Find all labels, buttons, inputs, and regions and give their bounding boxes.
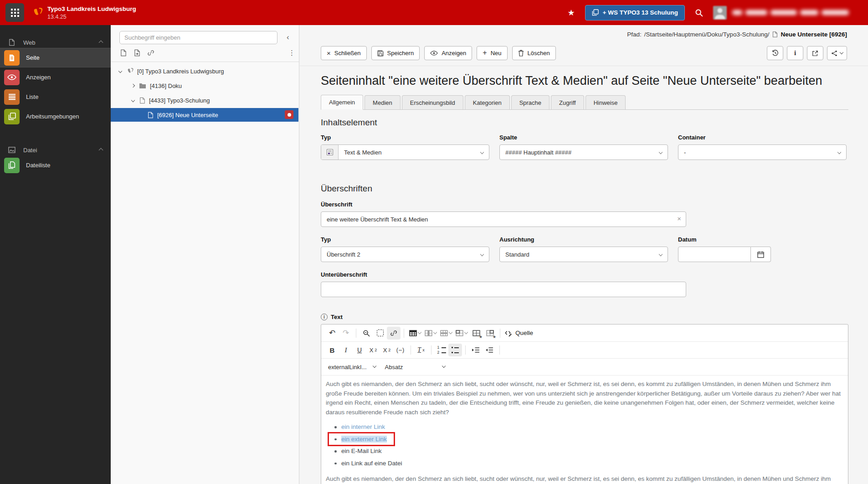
outdent-icon[interactable] <box>483 344 496 356</box>
open-tsconfig-icon[interactable] <box>134 49 140 57</box>
numbered-list-icon[interactable]: 12 <box>435 344 448 356</box>
undo-icon[interactable]: ↶ <box>325 327 339 340</box>
bookmark-star-icon[interactable]: ★ <box>567 8 575 18</box>
view-button[interactable]: Anzeigen <box>424 46 472 60</box>
cell-properties-icon[interactable]: ★ <box>483 327 497 340</box>
delete-button[interactable]: Löschen <box>512 46 556 60</box>
subheadline-input[interactable] <box>321 282 686 297</box>
info-circle-icon[interactable]: i <box>321 314 328 320</box>
modules-grid-button[interactable] <box>5 3 24 22</box>
chevron-down-icon <box>480 150 484 154</box>
doc-body: Seiteninhalt "eine weitere Überschrift T… <box>321 66 848 484</box>
table-properties-icon[interactable]: ★ <box>469 327 483 340</box>
file-link[interactable]: ein Link auf eine Datei <box>341 460 402 467</box>
table-column-icon[interactable] <box>423 327 438 340</box>
table-row-icon[interactable] <box>438 327 454 340</box>
tab-hinweise[interactable]: Hinweise <box>586 95 626 109</box>
redo-icon[interactable]: ↷ <box>339 327 353 340</box>
external-link[interactable]: ein externer Link <box>341 436 387 443</box>
rte-content[interactable]: Auch gibt es niemanden, der den Schmerz … <box>321 376 848 484</box>
type-select[interactable]: Text & Medien <box>321 144 489 160</box>
info-button[interactable]: i <box>787 46 803 60</box>
search-icon[interactable] <box>695 9 703 17</box>
alignment-label: Ausrichtung <box>499 236 668 243</box>
workspace-button[interactable]: + WS TYPO3 13 Schulung <box>585 5 685 21</box>
format-dropdown[interactable]: Absatz <box>385 364 445 371</box>
tab-erscheinungsbild[interactable]: Erscheinungsbild <box>402 95 463 109</box>
clear-icon[interactable]: × <box>677 215 681 222</box>
close-icon: × <box>327 49 331 57</box>
source-button[interactable]: Quelle <box>504 329 533 337</box>
chevron-right-icon[interactable] <box>131 84 135 87</box>
share-button[interactable] <box>827 46 847 60</box>
module-group-web[interactable]: Web <box>0 37 111 48</box>
user-name-redacted[interactable] <box>732 10 849 15</box>
insert-table-icon[interactable] <box>407 327 423 340</box>
subscript-icon[interactable]: X2 <box>366 344 380 356</box>
headline-type-select[interactable]: Überschrift 2 <box>321 247 489 262</box>
headline-input[interactable] <box>321 211 686 227</box>
chevron-down-icon[interactable] <box>118 70 123 72</box>
rte-toolbar-row-3: externalLinkI... Absatz <box>321 359 848 376</box>
open-in-new-window-button[interactable] <box>807 46 823 60</box>
format-dropdown-value: Absatz <box>385 364 403 371</box>
bold-icon[interactable]: B <box>325 344 339 356</box>
save-button[interactable]: Speichern <box>371 46 420 60</box>
tab-kategorien[interactable]: Kategorien <box>465 95 510 109</box>
link-icon[interactable] <box>387 327 401 340</box>
link-icon[interactable] <box>147 49 154 57</box>
stop-editing-badge-icon[interactable] <box>285 110 293 119</box>
remove-format-icon[interactable]: Tx <box>414 344 428 356</box>
page-tree: [0] Typo3 Landkreis Ludwigsburg [4136] D… <box>111 63 298 122</box>
headline-options-row: Typ Überschrift 2 Ausrichtung Standard D… <box>321 236 848 262</box>
indent-icon[interactable] <box>469 344 483 356</box>
subheadline-field-group: Unterüberschrift <box>321 271 848 297</box>
sidebar-item-seite[interactable]: Seite <box>0 48 111 67</box>
tree-node-typo3-schulung[interactable]: [4433] Typo3-Schulung <box>111 93 298 107</box>
superscript-icon[interactable]: X2 <box>380 344 394 356</box>
list-item: ein Link auf eine Datei <box>341 459 842 469</box>
italic-icon[interactable]: I <box>339 344 353 356</box>
soft-hyphen-icon[interactable]: (–) <box>394 344 407 356</box>
container-select[interactable]: - <box>678 144 847 160</box>
sidebar-item-dateiliste[interactable]: Dateiliste <box>0 155 111 175</box>
close-button[interactable]: × Schließen <box>321 46 367 60</box>
new-button[interactable]: + Neu <box>477 46 507 60</box>
calendar-button[interactable] <box>751 247 771 262</box>
new-page-icon[interactable] <box>120 49 127 57</box>
tree-node-root[interactable]: [0] Typo3 Landkreis Ludwigsburg <box>111 64 298 78</box>
tab-medien[interactable]: Medien <box>365 95 401 109</box>
email-link[interactable]: ein E-Mail Link <box>341 448 382 454</box>
style-dropdown[interactable]: externalLinkI... <box>328 364 376 371</box>
tab-bar: Allgemein Medien Erscheinungsbild Katego… <box>321 95 848 110</box>
tab-sprache[interactable]: Sprache <box>511 95 550 109</box>
chevron-down-icon[interactable] <box>131 99 135 102</box>
merge-cells-icon[interactable] <box>454 327 469 340</box>
bullet-list-icon[interactable] <box>448 344 462 356</box>
tab-zugriff[interactable]: Zugriff <box>551 95 584 109</box>
chevron-down-icon <box>659 150 663 154</box>
find-replace-icon[interactable] <box>360 327 373 340</box>
collapse-tree-icon[interactable]: ‹ <box>287 33 289 41</box>
sidebar-item-anzeigen[interactable]: Anzeigen <box>0 67 111 87</box>
date-input[interactable] <box>678 247 751 262</box>
alignment-group: Ausrichtung Standard <box>499 236 668 262</box>
tree-node-neue-unterseite-selected[interactable]: [6926] Neue Unterseite <box>111 108 298 122</box>
column-select[interactable]: ##### Hauptinhalt ##### <box>499 144 668 160</box>
select-all-icon[interactable] <box>373 327 387 340</box>
sidebar-item-arbeitsumgebungen[interactable]: Arbeitsumgebungen <box>0 107 111 126</box>
headline-type-label: Typ <box>321 236 489 243</box>
module-group-datei[interactable]: Datei <box>0 144 111 155</box>
avatar[interactable] <box>713 6 727 20</box>
typo3-site-icon <box>126 67 134 75</box>
sidebar-item-liste[interactable]: Liste <box>0 87 111 107</box>
tree-search-input[interactable] <box>119 31 277 44</box>
alignment-select[interactable]: Standard <box>499 247 668 262</box>
tree-kebab-menu-icon[interactable]: ⋮ <box>288 49 295 57</box>
underline-icon[interactable]: U <box>353 344 366 356</box>
tab-allgemein[interactable]: Allgemein <box>321 95 363 110</box>
internal-link[interactable]: ein interner Link <box>341 423 385 430</box>
history-button[interactable] <box>767 46 783 60</box>
tree-node-doku[interactable]: [4136] Doku <box>111 79 298 93</box>
brand-text: Typo3 Landkreis Ludwigsburg 13.4.25 <box>47 5 136 20</box>
